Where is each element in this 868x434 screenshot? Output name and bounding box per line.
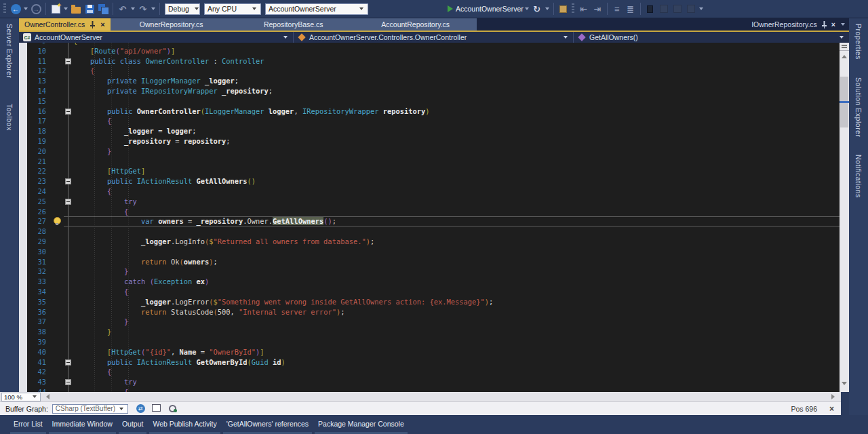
save-button[interactable] (83, 1, 96, 16)
bottom-tab-web-publish-activity[interactable]: Web Publish Activity (149, 419, 220, 429)
code-line-23[interactable]: 23 public IActionResult GetAllOwners() (19, 176, 840, 186)
sidebar-item-solution-explorer[interactable]: Solution Explorer (854, 77, 863, 137)
code-line-21[interactable]: 21 (19, 157, 840, 167)
sidebar-item-toolbox[interactable]: Toolbox (5, 104, 14, 131)
navigate-forward-button[interactable]: → (30, 1, 42, 16)
run-dropdown-icon[interactable] (525, 7, 529, 10)
code-line-16[interactable]: 16 public OwnerController(ILoggerManager… (19, 106, 840, 117)
bottom-tab--getallowners-references[interactable]: 'GetAllOwners' references (222, 419, 313, 429)
bottom-tab-output[interactable]: Output (118, 419, 148, 429)
clear-bookmarks-button[interactable] (685, 1, 697, 16)
code-line-24[interactable]: 24 { (19, 186, 840, 197)
buffer-graph-dropdown[interactable]: CSharp (TextBuffer) (52, 404, 128, 414)
code-line-30[interactable]: 30 (19, 247, 840, 257)
code-line-17[interactable]: 17 { (19, 116, 840, 126)
open-file-button[interactable] (70, 1, 82, 16)
sidebar-item-notifications[interactable]: Notifications (854, 155, 863, 198)
increase-indent-button[interactable]: ⇥ (591, 1, 604, 16)
scroll-down-icon[interactable] (842, 382, 847, 385)
tab-iownerrepository[interactable]: IOwnerRepository.cs × (751, 18, 849, 31)
next-bookmark-button[interactable] (671, 1, 684, 16)
code-line-26[interactable]: 26 { (19, 207, 840, 217)
navigate-back-button[interactable]: ← (9, 1, 22, 16)
code-line-33[interactable]: 33 catch (Exception ex) (19, 277, 840, 287)
tab-repositorybase-cs[interactable]: RepositoryBase.cs (233, 18, 355, 31)
code-line-40[interactable]: 40 [HttpGet("{id}", Name = "OwnerById")] (19, 347, 840, 357)
toolbar-grip[interactable] (572, 3, 574, 14)
start-debugging-button[interactable]: AccountOwnerServer (448, 5, 524, 13)
collapse-toggle-icon[interactable] (65, 379, 71, 385)
code-line-18[interactable]: 18 _logger = logger; (19, 126, 840, 136)
type-dropdown[interactable]: AccountOwnerServer.Controllers.OwnerCont… (294, 32, 573, 43)
code-editor[interactable]: 9{10 [Route("api/owner")]11 public class… (19, 43, 840, 392)
tab-accountrepository-cs[interactable]: AccountRepository.cs (355, 18, 477, 31)
redo-button[interactable]: ↷ (137, 1, 149, 16)
member-dropdown[interactable]: GetAllOwners() (574, 32, 849, 43)
sidebar-item-properties[interactable]: Properties (854, 24, 863, 60)
new-project-dropdown-icon[interactable] (64, 7, 68, 10)
vertical-scrollbar[interactable] (840, 43, 849, 392)
code-line-20[interactable]: 20 } (19, 146, 840, 157)
lightbulb-icon[interactable] (54, 217, 60, 225)
code-line-12[interactable]: 12 { (19, 66, 840, 76)
code-line-14[interactable]: 14 private IRepositoryWrapper _repositor… (19, 86, 840, 96)
collapse-toggle-icon[interactable] (65, 199, 71, 205)
code-line-39[interactable]: 39 (19, 337, 840, 347)
collapse-toggle-icon[interactable] (65, 108, 71, 115)
split-window-handle[interactable] (840, 43, 849, 51)
code-line-41[interactable]: 41 public IActionResult GetOwnerById(Gui… (19, 357, 840, 368)
new-project-button[interactable] (50, 1, 62, 16)
code-line-31[interactable]: 31 return Ok(owners); (19, 257, 840, 267)
code-line-28[interactable]: 28 (19, 226, 840, 237)
close-icon[interactable]: × (100, 20, 104, 28)
code-line-34[interactable]: 34 { (19, 287, 840, 297)
bottom-tab-error-list[interactable]: Error List (9, 419, 47, 429)
code-line-19[interactable]: 19 _repository = repository; (19, 136, 840, 146)
code-line-37[interactable]: 37 } (19, 317, 840, 327)
code-line-13[interactable]: 13 private ILoggerManager _logger; (19, 76, 840, 86)
code-line-43[interactable]: 43 try (19, 377, 840, 387)
undo-button[interactable]: ↶ (117, 1, 129, 16)
previous-bookmark-button[interactable] (658, 1, 670, 16)
code-line-38[interactable]: 38 } (19, 327, 840, 337)
sidebar-item-server-explorer[interactable]: Server Explorer (5, 24, 14, 78)
bottom-tab-package-manager-console[interactable]: Package Manager Console (314, 419, 408, 429)
close-icon[interactable]: × (831, 20, 835, 28)
configuration-dropdown[interactable]: Debug (165, 3, 200, 15)
project-dropdown[interactable]: C# AccountOwnerServer (19, 32, 293, 43)
back-dropdown-icon[interactable] (24, 7, 28, 10)
decrease-indent-button[interactable]: ⇤ (578, 1, 590, 16)
scroll-right-icon[interactable] (831, 394, 835, 399)
close-icon[interactable]: × (829, 404, 834, 414)
uncomment-button[interactable]: ≣ (625, 1, 637, 16)
sync-icon[interactable]: ⇄ (136, 404, 145, 413)
code-line-36[interactable]: 36 return StatusCode(500, "Internal serv… (19, 307, 840, 317)
save-all-button[interactable] (97, 1, 109, 16)
code-line-22[interactable]: 22 [HttpGet] (19, 166, 840, 176)
collapse-toggle-icon[interactable] (65, 359, 71, 366)
tab-ownercontroller[interactable]: OwnerController.cs × (19, 18, 111, 31)
startup-project-dropdown[interactable]: AccountOwnerServer (265, 3, 368, 15)
tab-ownerrepository-cs[interactable]: OwnerRepository.cs (111, 18, 233, 31)
code-line-25[interactable]: 25 try (19, 197, 840, 207)
pin-icon[interactable] (90, 21, 96, 28)
attach-button[interactable] (557, 1, 570, 16)
toggle-bookmark-button[interactable] (644, 1, 656, 16)
code-line-29[interactable]: 29 _logger.LogInfo($"Returned all owners… (19, 237, 840, 247)
tab-list-dropdown-icon[interactable] (841, 23, 845, 26)
refresh-dropdown-icon[interactable] (545, 7, 549, 10)
collapse-toggle-icon[interactable] (65, 58, 71, 64)
redo-dropdown-icon[interactable] (151, 7, 155, 10)
editor-zoom-dropdown[interactable]: 100 % (1, 393, 41, 401)
code-line-27[interactable]: 27 var owners = _repository.Owner.GetAll… (19, 216, 840, 226)
comment-button[interactable]: ≡ (611, 1, 623, 16)
code-line-35[interactable]: 35 _logger.LogError($"Something went wro… (19, 297, 840, 307)
horizontal-scrollbar[interactable]: 100 % (0, 392, 841, 401)
pin-icon[interactable] (821, 21, 827, 28)
bottom-tab-immediate-window[interactable]: Immediate Window (48, 419, 117, 429)
code-line-15[interactable]: 15 (19, 96, 840, 106)
scroll-left-icon[interactable] (46, 394, 50, 399)
toolbar-grip[interactable] (3, 3, 6, 14)
refresh-button[interactable]: ↻ (531, 1, 543, 16)
code-line-10[interactable]: 10 [Route("api/owner")] (19, 46, 840, 56)
